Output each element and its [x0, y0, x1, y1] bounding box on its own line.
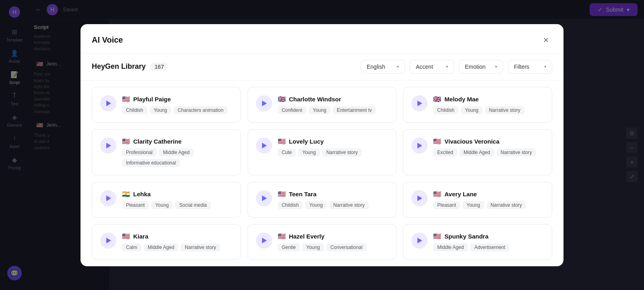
voice-card[interactable]: 🇺🇸 Hazel Everly GentleYoungConversationa… — [248, 224, 397, 260]
modal-close-button[interactable]: ✕ — [539, 34, 552, 47]
voice-info: 🇮🇳 Lehka PleasantYoungSocial media — [122, 190, 233, 209]
ai-voice-modal: AI Voice ✕ HeyGen Library 167 English ▾ … — [80, 24, 564, 266]
voice-info: 🇺🇸 Playful Paige ChildishYoungCharacters… — [122, 95, 233, 114]
voice-name: 🇺🇸 Spunky Sandra — [433, 232, 544, 240]
play-icon — [262, 238, 267, 243]
voice-play-button[interactable] — [411, 190, 427, 206]
filter-label-accent: Accent — [416, 64, 433, 70]
voice-card[interactable]: 🇺🇸 Kiara CalmMiddle AgedNarrative story — [92, 224, 241, 260]
modal-body[interactable]: 🇺🇸 Playful Paige ChildishYoungCharacters… — [80, 80, 564, 266]
voice-tag: Young — [151, 201, 173, 209]
voice-flag: 🇺🇸 — [433, 232, 441, 240]
filter-language[interactable]: English ▾ — [361, 60, 405, 74]
modal-overlay: AI Voice ✕ HeyGen Library 167 English ▾ … — [0, 0, 644, 290]
voice-tag: Middle Aged — [144, 243, 178, 251]
voice-card[interactable]: 🇮🇳 Lehka PleasantYoungSocial media — [92, 182, 241, 218]
voice-tags: CuteYoungNarrative story — [278, 148, 388, 156]
voice-info: 🇬🇧 Charlotte Windsor ConfidentYoungEnter… — [278, 95, 388, 114]
voice-info: 🇺🇸 Avery Lane PleasantYoungNarrative sto… — [433, 190, 544, 209]
voice-tags: ChildishYoungNarrative story — [433, 106, 544, 114]
voice-name: 🇺🇸 Avery Lane — [433, 190, 544, 198]
voice-card[interactable]: 🇬🇧 Melody Mae ChildishYoungNarrative sto… — [403, 87, 552, 123]
voice-flag: 🇺🇸 — [433, 138, 441, 145]
voice-tag: Childish — [122, 106, 147, 114]
voice-name: 🇺🇸 Teen Tara — [278, 190, 388, 198]
voice-card[interactable]: 🇺🇸 Lovely Lucy CuteYoungNarrative story — [248, 129, 397, 175]
voice-flag: 🇬🇧 — [278, 95, 286, 103]
voice-tags: ConfidentYoungEntertainment tv — [278, 106, 388, 114]
voice-play-button[interactable] — [411, 138, 427, 154]
modal-title: AI Voice — [92, 35, 123, 45]
play-icon — [106, 101, 111, 106]
voice-info: 🇺🇸 Lovely Lucy CuteYoungNarrative story — [278, 138, 388, 156]
voice-play-button[interactable] — [100, 190, 116, 206]
voice-name: 🇺🇸 Kiara — [122, 232, 233, 240]
voice-info: 🇬🇧 Melody Mae ChildishYoungNarrative sto… — [433, 95, 544, 114]
voice-tag: Characters animation — [173, 106, 227, 114]
filter-emotion[interactable]: Emotion ▾ — [459, 60, 503, 74]
voice-card[interactable]: 🇺🇸 Avery Lane PleasantYoungNarrative sto… — [403, 182, 552, 218]
filter-label-emotion: Emotion — [465, 64, 485, 70]
voice-flag: 🇮🇳 — [122, 190, 130, 198]
voice-name: 🇬🇧 Charlotte Windsor — [278, 95, 388, 103]
voice-play-button[interactable] — [256, 232, 272, 249]
voice-card[interactable]: 🇺🇸 Vivacious Veronica ExcitedMiddle Aged… — [403, 129, 552, 175]
voice-tag: Narrative story — [322, 148, 362, 156]
voice-tag: Young — [298, 148, 320, 156]
voice-tags: ChildishYoungCharacters animation — [122, 106, 233, 114]
voice-flag: 🇺🇸 — [278, 232, 286, 240]
voice-play-button[interactable] — [256, 138, 272, 154]
filter-filters[interactable]: Filters ▾ — [508, 60, 552, 74]
voice-tag: Pleasant — [433, 201, 460, 209]
voice-play-button[interactable] — [411, 232, 427, 249]
voice-tag: Excited — [433, 148, 457, 156]
voice-play-button[interactable] — [100, 232, 116, 249]
play-icon — [262, 101, 267, 106]
filter-label-filters: Filters — [514, 64, 529, 70]
voice-tag: Young — [150, 106, 171, 114]
voice-tag: Young — [302, 243, 324, 251]
voice-tags: PleasantYoungSocial media — [122, 201, 233, 209]
voice-tag: Young — [305, 201, 327, 209]
voice-tag: Narrative story — [181, 243, 220, 251]
voice-tag: Middle Aged — [433, 243, 468, 251]
voice-card[interactable]: 🇺🇸 Playful Paige ChildishYoungCharacters… — [92, 87, 241, 123]
modal-header: AI Voice ✕ — [80, 24, 564, 53]
voice-name: 🇬🇧 Melody Mae — [433, 95, 544, 103]
voice-tag: Social media — [175, 201, 211, 209]
voice-info: 🇺🇸 Hazel Everly GentleYoungConversationa… — [278, 232, 388, 251]
voice-tags: PleasantYoungNarrative story — [433, 201, 544, 209]
voice-name: 🇺🇸 Lovely Lucy — [278, 138, 388, 145]
voice-tag: Middle Aged — [159, 148, 194, 156]
voice-info: 🇺🇸 Teen Tara ChildishYoungNarrative stor… — [278, 190, 388, 209]
filter-accent[interactable]: Accent ▾ — [410, 60, 454, 74]
voice-name: 🇺🇸 Clarity Catherine — [122, 138, 233, 145]
voice-play-button[interactable] — [256, 95, 272, 111]
voice-card[interactable]: 🇺🇸 Spunky Sandra Middle AgedAdvertisemen… — [403, 224, 552, 260]
voice-card[interactable]: 🇬🇧 Charlotte Windsor ConfidentYoungEnter… — [248, 87, 397, 123]
voice-tag: Confident — [278, 106, 306, 114]
voice-tag: Cute — [278, 148, 296, 156]
voice-info: 🇺🇸 Spunky Sandra Middle AgedAdvertisemen… — [433, 232, 544, 251]
voice-play-button[interactable] — [100, 138, 116, 154]
voice-card[interactable]: 🇺🇸 Teen Tara ChildishYoungNarrative stor… — [248, 182, 397, 218]
filter-chevron-accent: ▾ — [446, 64, 448, 69]
library-title: HeyGen Library — [92, 62, 146, 71]
voice-flag: 🇺🇸 — [278, 190, 286, 198]
voice-play-button[interactable] — [100, 95, 116, 111]
filter-chevron-filters: ▾ — [544, 64, 546, 69]
voice-name: 🇺🇸 Vivacious Veronica — [433, 138, 544, 145]
play-icon — [106, 143, 111, 148]
voice-info: 🇺🇸 Clarity Catherine ProfessionalMiddle … — [122, 138, 233, 167]
voice-tag: Young — [462, 201, 484, 209]
voice-tags: ChildishYoungNarrative story — [278, 201, 388, 209]
voice-play-button[interactable] — [411, 95, 427, 111]
voice-tag: Narrative story — [487, 201, 526, 209]
voice-flag: 🇺🇸 — [278, 138, 286, 145]
voice-tag: Childish — [278, 201, 303, 209]
play-icon — [417, 143, 422, 148]
voice-info: 🇺🇸 Kiara CalmMiddle AgedNarrative story — [122, 232, 233, 251]
voice-card[interactable]: 🇺🇸 Clarity Catherine ProfessionalMiddle … — [92, 129, 241, 175]
play-icon — [417, 101, 422, 106]
voice-play-button[interactable] — [256, 190, 272, 206]
